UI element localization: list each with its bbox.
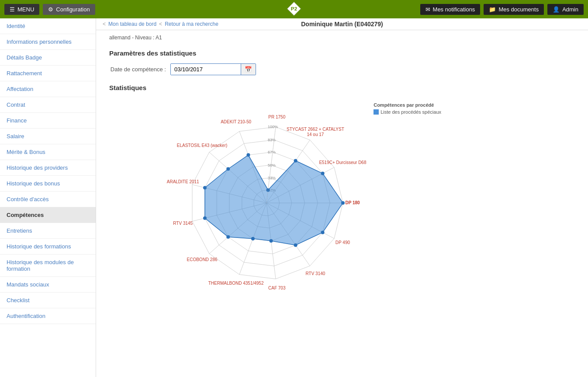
config-button[interactable]: ⚙ Configuration [43, 4, 95, 15]
config-label: Configuration [56, 6, 90, 13]
breadcrumb-dashboard[interactable]: Mon tableau de bord [108, 21, 156, 27]
svg-text:STYCAST 2662 + CATALYST14 ou 1: STYCAST 2662 + CATALYST14 ou 17 [287, 127, 344, 137]
legend-item: Liste des procédés spéciaux [374, 109, 441, 115]
svg-text:E519C+ Durcisseur D68: E519C+ Durcisseur D68 [319, 160, 367, 165]
navbar-right: ✉ Mes notifications 📁 Mes documents 👤 Ad… [420, 4, 584, 15]
svg-text:PR 1750: PR 1750 [268, 115, 285, 119]
admin-label: Admin [562, 6, 578, 13]
main-content: < Mon tableau de bord < Retour à ma rech… [96, 18, 588, 377]
sidebar-item-11[interactable]: Contrôle d'accès [0, 192, 96, 207]
sidebar-item-9[interactable]: Historique des providers [0, 160, 96, 176]
sidebar-item-4[interactable]: Affectation [0, 81, 96, 97]
svg-point-34 [203, 186, 207, 189]
svg-text:ELASTOSIL E43 (wacker): ELASTOSIL E43 (wacker) [177, 143, 228, 148]
breadcrumb-search[interactable]: Retour à ma recherche [165, 21, 218, 27]
svg-text:ARALDITE 2011: ARALDITE 2011 [167, 179, 199, 184]
svg-point-35 [203, 216, 207, 220]
svg-point-28 [341, 201, 345, 205]
svg-point-30 [294, 159, 297, 163]
svg-point-39 [294, 243, 297, 247]
page-layout: IdentitéInformations personnellesDétails… [0, 18, 588, 377]
svg-text:RTV 3145: RTV 3145 [173, 221, 193, 226]
svg-text:ECOBOND 286: ECOBOND 286 [187, 257, 218, 262]
sidebar-item-8[interactable]: Mérite & Bonus [0, 144, 96, 160]
sidebar-item-17[interactable]: Checklist [0, 293, 96, 308]
chart-legend: Compétences par procédé Liste des procéd… [374, 102, 441, 115]
sidebar-item-10[interactable]: Historique des bonus [0, 176, 96, 192]
chart-section: Compétences par procédé Liste des procéd… [109, 98, 441, 309]
calendar-icon: 📅 [245, 66, 252, 73]
svg-text:ADEKIT 210-50: ADEKIT 210-50 [221, 119, 251, 124]
radar-chart: 17%33%50%67%83%100%DP 180E519C+ Durcisse… [109, 98, 424, 308]
sidebar-item-2[interactable]: Détails Badge [0, 50, 96, 66]
svg-text:33%: 33% [268, 176, 276, 180]
svg-text:DP 180: DP 180 [345, 200, 360, 205]
sidebar-item-14[interactable]: Historique des formations [0, 239, 96, 255]
sidebar-item-7[interactable]: Salaire [0, 129, 96, 144]
page-title: Dominique Martin (E040279) [301, 21, 383, 28]
svg-point-40 [321, 231, 325, 234]
notifications-button[interactable]: ✉ Mes notifications [420, 4, 481, 15]
documents-button[interactable]: 📁 Mes documents [484, 4, 544, 15]
menu-icon: ☰ [10, 6, 15, 13]
svg-point-37 [251, 237, 255, 241]
svg-text:83%: 83% [268, 138, 276, 142]
notifications-label: Mes notifications [433, 6, 475, 13]
lang-note: allemand - Niveau : A1 [109, 35, 575, 41]
date-label: Date de compétence : [109, 66, 166, 73]
menu-label: MENU [17, 6, 34, 13]
folder-icon: 📁 [489, 6, 496, 13]
breadcrumb-separator-1: < [103, 21, 106, 27]
sidebar-item-13[interactable]: Entretiens [0, 223, 96, 239]
sidebar-item-12[interactable]: Compétences [0, 207, 96, 223]
logo-icon: P2 [286, 1, 302, 17]
svg-text:RTV 3140: RTV 3140 [305, 271, 325, 276]
sidebar-item-16[interactable]: Mandats sociaux [0, 277, 96, 293]
gear-icon: ⚙ [48, 6, 53, 13]
legend-item-label: Liste des procédés spéciaux [380, 109, 441, 115]
legend-title: Compétences par procédé [374, 102, 441, 108]
breadcrumb: < Mon tableau de bord < Retour à ma rech… [103, 21, 218, 27]
user-icon: 👤 [553, 6, 560, 13]
svg-text:50%: 50% [268, 163, 276, 168]
menu-button[interactable]: ☰ MENU [4, 4, 39, 15]
calendar-button[interactable]: 📅 [241, 64, 256, 75]
svg-point-33 [226, 167, 230, 171]
sidebar-item-6[interactable]: Finance [0, 113, 96, 129]
svg-point-29 [321, 171, 325, 175]
svg-text:P2: P2 [291, 5, 297, 11]
sidebar-item-3[interactable]: Rattachement [0, 66, 96, 81]
documents-label: Mes documents [498, 6, 539, 13]
navbar: ☰ MENU ⚙ Configuration P2 ✉ Mes notifica… [0, 0, 588, 18]
date-row: Date de compétence : 📅 [109, 63, 575, 75]
sidebar-item-1[interactable]: Informations personnelles [0, 34, 96, 50]
stats-title: Statistiques [109, 84, 575, 91]
navbar-center: P2 [286, 1, 302, 18]
content-area: allemand - Niveau : A1 Paramètres des st… [96, 30, 588, 314]
admin-button[interactable]: 👤 Admin [547, 4, 584, 15]
svg-text:100%: 100% [268, 125, 278, 129]
legend-color [374, 109, 379, 115]
sidebar-item-5[interactable]: Contrat [0, 97, 96, 113]
sidebar-item-18[interactable]: Authentification [0, 308, 96, 324]
breadcrumb-separator-2: < [159, 21, 162, 27]
envelope-icon: ✉ [425, 6, 430, 13]
date-input-wrapper: 📅 [170, 63, 256, 75]
svg-text:THERMALBOND 4351/4952: THERMALBOND 4351/4952 [208, 281, 264, 286]
navbar-left: ☰ MENU ⚙ Configuration [4, 4, 95, 15]
date-input[interactable] [171, 64, 241, 75]
sidebar-item-15[interactable]: Historique des modules de formation [0, 255, 96, 277]
svg-text:CAF 703: CAF 703 [268, 286, 286, 290]
svg-text:67%: 67% [268, 150, 276, 154]
svg-point-36 [226, 235, 230, 239]
stats-params-title: Paramètres des statistiques [109, 49, 575, 57]
sidebar-item-0[interactable]: Identité [0, 18, 96, 34]
sidebar: IdentitéInformations personnellesDétails… [0, 18, 96, 377]
svg-point-38 [270, 239, 273, 243]
svg-text:DP 490: DP 490 [336, 240, 350, 245]
svg-point-32 [246, 153, 250, 157]
